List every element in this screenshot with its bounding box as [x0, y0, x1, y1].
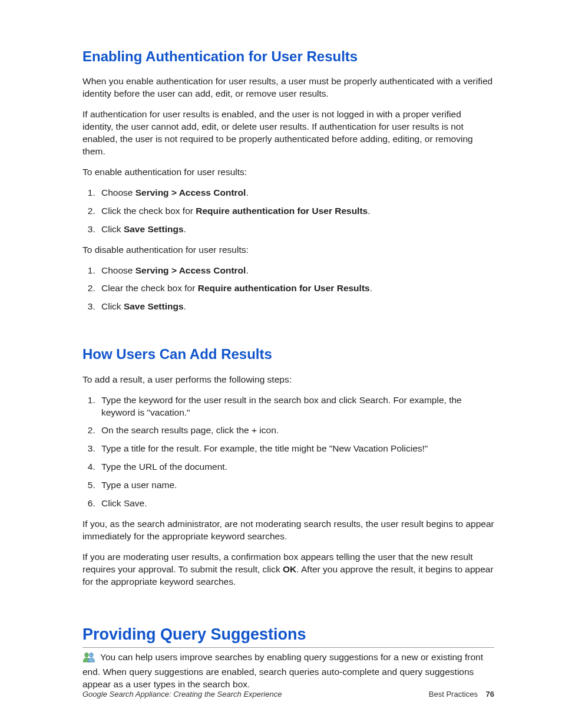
paragraph: To enable authentication for user result…: [82, 166, 494, 179]
paragraph: If you are moderating user results, a co…: [82, 551, 494, 588]
page-number: 76: [486, 690, 494, 699]
text: .: [246, 187, 248, 197]
document-page: Enabling Authentication for User Results…: [0, 0, 562, 728]
text-bold: Require authentication for User Results: [198, 283, 370, 293]
ordered-list-disable: Choose Serving > Access Control. Clear t…: [82, 265, 494, 314]
text: Choose: [101, 265, 135, 275]
text: .: [370, 283, 372, 293]
heading-enabling-auth: Enabling Authentication for User Results: [82, 47, 494, 66]
svg-point-0: [85, 653, 88, 657]
list-item: On the search results page, click the + …: [98, 424, 494, 437]
list-item: Click Save Settings.: [98, 301, 494, 313]
text-bold: Serving > Access Control: [135, 187, 246, 197]
list-item: Type a user name.: [98, 479, 494, 492]
paragraph: If you, as the search administrator, are…: [82, 518, 494, 543]
text: Click the check box for: [101, 206, 196, 216]
text-bold: Serving > Access Control: [135, 265, 246, 275]
text: .: [368, 206, 370, 216]
text: .: [184, 224, 186, 234]
footer-title: Google Search Appliance: Creating the Se…: [82, 689, 282, 700]
paragraph: You can help users improve searches by e…: [82, 651, 494, 691]
paragraph: When you enable authentication for user …: [82, 75, 494, 100]
list-item: Click Save Settings.: [98, 223, 494, 236]
ordered-list-enable: Choose Serving > Access Control. Click t…: [82, 187, 494, 236]
list-item: Click the check box for Require authenti…: [98, 205, 494, 218]
text: Clear the check box for: [101, 283, 198, 293]
list-item: Click Save.: [98, 498, 494, 510]
text-bold: Save Settings: [124, 301, 184, 311]
footer-label: Best Practices: [429, 690, 478, 699]
text: Choose: [101, 187, 135, 197]
text: You can help users improve searches by e…: [82, 652, 483, 689]
list-item: Choose Serving > Access Control.: [98, 187, 494, 199]
list-item: Type the URL of the document.: [98, 461, 494, 473]
text: Click: [101, 224, 124, 234]
page-footer: Google Search Appliance: Creating the Se…: [82, 689, 494, 700]
text-bold: Save Settings: [124, 224, 184, 234]
users-icon: [82, 652, 95, 666]
text: .: [184, 301, 186, 311]
footer-section: Best Practices 76: [429, 689, 494, 700]
paragraph: To add a result, a user performs the fol…: [82, 374, 494, 386]
list-item: Type the keyword for the user result in …: [98, 394, 494, 419]
text: Click: [101, 301, 124, 311]
text-bold: Require authentication for User Results: [196, 206, 368, 216]
heading-how-users-add: How Users Can Add Results: [82, 345, 494, 364]
paragraph: To disable authentication for user resul…: [82, 244, 494, 256]
text: .: [246, 265, 248, 275]
heading-query-suggestions: Providing Query Suggestions: [82, 624, 494, 648]
svg-point-1: [90, 653, 93, 657]
ordered-list-add-steps: Type the keyword for the user result in …: [82, 394, 494, 510]
paragraph: If authentication for user results is en…: [82, 108, 494, 158]
list-item: Type a title for the result. For example…: [98, 443, 494, 455]
text-bold: OK: [283, 564, 296, 574]
list-item: Choose Serving > Access Control.: [98, 265, 494, 277]
list-item: Clear the check box for Require authenti…: [98, 282, 494, 295]
